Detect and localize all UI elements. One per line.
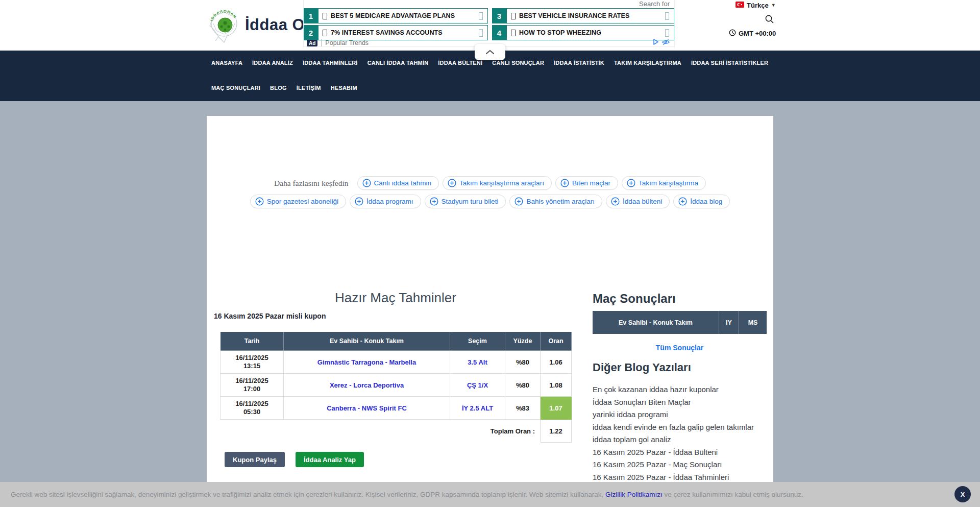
chevron-down-icon: ▼ <box>771 3 776 8</box>
nav-mac-sonuclari[interactable]: MAÇ SONUÇLARI <box>211 84 260 92</box>
circle-plus-icon <box>560 179 569 187</box>
page-title: Hazır Maç Tahminler <box>220 290 571 306</box>
pill-takim-karsilastirma-araclari[interactable]: Takım karşılaştırma araçları <box>443 176 552 190</box>
col-tarih: Tarih <box>220 332 284 351</box>
ad-link-4[interactable]: HOW TO STOP WHEEZING <box>506 25 674 40</box>
pill-biten-maclar[interactable]: Biten maçlar <box>555 176 618 190</box>
ad-collapse-button[interactable] <box>475 44 505 60</box>
blog-link[interactable]: 16 Kasım 2025 Pazar - Maç Sonuçları <box>593 458 773 471</box>
blog-link[interactable]: yarinki iddaa programi <box>593 408 773 421</box>
blog-links-list: En çok kazanan iddaa hazır kuponlar İdda… <box>593 383 773 484</box>
pick-link[interactable]: İY 2.5 ALT <box>462 404 493 412</box>
ad-link-3[interactable]: BEST VEHICLE INSURANCE RATES <box>506 8 674 23</box>
privacy-policy-link[interactable]: Gizlilik Politikamızı <box>605 491 663 498</box>
match-date: 16/11/202517:00 <box>220 374 284 397</box>
table-row: 16/11/202517:00 Xerez - Lorca Deportiva … <box>220 374 572 397</box>
search-for-label: Search for <box>639 0 670 8</box>
placeholder-glyph-icon <box>511 30 516 36</box>
nav-iddaa-tahminleri[interactable]: İDDAA TAHMİNLERİ <box>303 59 358 67</box>
match-link[interactable]: Xerez - Lorca Deportiva <box>330 381 404 389</box>
nav-row-2: MAÇ SONUÇLARI BLOG İLETİŞİM HESABIM <box>211 84 786 92</box>
results-col-ms: MS <box>739 311 767 334</box>
nav-iddaa-seri-istatistikler[interactable]: İDDAA SERİ İSTATİSTİKLER <box>691 59 768 67</box>
ad-link-1[interactable]: BEST 5 MEDICARE ADVANTAGE PLANS <box>318 8 488 23</box>
total-odds-label: Toplam Oran : <box>220 420 541 443</box>
match-date: 16/11/202513:15 <box>220 351 284 374</box>
pill-iddaa-bulteni[interactable]: İddaa bülteni <box>606 195 670 208</box>
nav-iddaa-istatistik[interactable]: İDDAA İSTATİSTİK <box>554 59 604 67</box>
ad-hide-eye-icon[interactable] <box>662 38 670 47</box>
odd-value-highlighted: 1.07 <box>541 397 572 420</box>
table-header-row: Tarih Ev Sahibi - Konuk Takım Seçim Yüzd… <box>220 332 572 351</box>
nav-iddaa-bulteni[interactable]: İDDAA BÜLTENİ <box>438 59 482 67</box>
cookie-consent-text: Gerekli web sitesi işlevselliğini sağlam… <box>11 491 803 498</box>
ad-rank-badge: 3 <box>492 8 506 23</box>
pill-takim-karsilastirma[interactable]: Takım karşılaştırma <box>622 176 706 190</box>
nav-blog[interactable]: BLOG <box>270 84 287 92</box>
top-bar: İDDAAORAN İddaa Oran 1 BEST 5 MEDICARE A… <box>0 0 980 51</box>
explore-label: Daha fazlasını keşfedin <box>274 179 348 188</box>
blog-link[interactable]: iddaa kendi evinde en fazla galip gelen … <box>593 421 773 434</box>
results-col-match: Ev Sahibi - Konuk Takım <box>593 311 719 334</box>
adchoices-icon[interactable] <box>652 38 659 47</box>
nav-canli-iddaa-tahmin[interactable]: CANLI İDDAA TAHMİN <box>368 59 429 67</box>
ad-item-3: 3 BEST VEHICLE INSURANCE RATES <box>492 8 674 23</box>
ad-item-4: 4 HOW TO STOP WHEEZING <box>492 25 674 40</box>
placeholder-glyph-icon <box>323 13 327 19</box>
blog-section-title: Diğer Blog Yazıları <box>593 361 691 374</box>
circle-plus-icon <box>362 179 371 187</box>
col-oran: Oran <box>541 332 572 351</box>
content-card: Daha fazlasını keşfedin Canlı iddaa tahm… <box>207 116 773 507</box>
cookie-close-button[interactable]: X <box>954 486 971 502</box>
pick-link[interactable]: 3.5 Alt <box>468 358 487 366</box>
ad-link-text: BEST 5 MEDICARE ADVANTAGE PLANS <box>331 12 455 19</box>
placeholder-arrow-icon <box>479 29 483 37</box>
language-selector[interactable]: Türkçe ▼ <box>736 1 776 10</box>
blog-link[interactable]: En çok kazanan iddaa hazır kuponlar <box>593 383 773 396</box>
all-results-link[interactable]: Tüm Sonuçlar <box>593 344 767 352</box>
analyze-button[interactable]: İddaa Analiz Yap <box>296 452 364 467</box>
circle-plus-icon <box>448 179 456 187</box>
percent-value: %80 <box>505 351 541 374</box>
pick-link[interactable]: ÇŞ 1/X <box>467 381 488 389</box>
placeholder-glyph-icon <box>323 30 327 36</box>
cookie-consent-bar: Gerekli web sitesi işlevselliğini sağlam… <box>0 482 980 507</box>
pill-label: İddaa blog <box>690 198 722 205</box>
pill-spor-gazetesi-aboneligi[interactable]: Spor gazetesi aboneliği <box>250 195 346 208</box>
pill-bahis-yonetim-araclari[interactable]: Bahis yönetim araçları <box>509 195 602 208</box>
circle-plus-icon <box>678 197 687 206</box>
nav-iletisim[interactable]: İLETİŞİM <box>297 84 321 92</box>
timezone-label: GMT +00:00 <box>739 30 776 37</box>
turkish-flag-icon <box>736 1 744 10</box>
coupon-date-label: 16 Kasım 2025 Pazar misli kupon <box>214 312 326 320</box>
explore-row-1: Daha fazlasını keşfedin Canlı iddaa tahm… <box>207 176 773 190</box>
percent-value: %80 <box>505 374 541 397</box>
pill-iddaa-blog[interactable]: İddaa blog <box>673 195 730 208</box>
circle-plus-icon <box>355 197 363 206</box>
ad-link-text: HOW TO STOP WHEEZING <box>519 29 601 36</box>
nav-takim-karsilastirma[interactable]: TAKIM KARŞILAŞTIRMA <box>614 59 681 67</box>
nav-iddaa-analiz[interactable]: İDDAA ANALİZ <box>252 59 293 67</box>
ad-link-2[interactable]: 7% INTEREST SAVINGS ACCOUNTS <box>318 25 488 40</box>
blog-link[interactable]: İddaa Sonuçları Biten Maçlar <box>593 396 773 409</box>
nav-anasayfa[interactable]: ANASAYFA <box>211 59 242 67</box>
percent-value: %83 <box>505 397 541 420</box>
action-buttons: Kupon Paylaş İddaa Analiz Yap <box>225 452 364 467</box>
pill-label: Stadyum turu bileti <box>442 198 499 205</box>
pill-canli-iddaa-tahmin[interactable]: Canlı iddaa tahmin <box>357 176 439 190</box>
circle-plus-icon <box>255 197 264 206</box>
share-coupon-button[interactable]: Kupon Paylaş <box>225 452 285 467</box>
blog-link[interactable]: 16 Kasım 2025 Pazar - İddaa Bülteni <box>593 446 773 459</box>
search-icon[interactable] <box>765 14 774 26</box>
logo-emblem-icon: İDDAAORAN <box>208 5 240 45</box>
match-results-title: Maç Sonuçları <box>593 292 676 306</box>
pill-iddaa-programi[interactable]: İddaa programı <box>350 195 421 208</box>
blog-link[interactable]: iddaa toplam gol analiz <box>593 433 773 446</box>
nav-hesabim[interactable]: HESABIM <box>331 84 357 92</box>
match-link[interactable]: Canberra - NWS Spirit FC <box>327 404 407 412</box>
language-label: Türkçe <box>747 2 769 9</box>
ad-rank-badge: 4 <box>492 25 506 40</box>
pill-label: İddaa bülteni <box>623 198 662 205</box>
pill-stadyum-turu-bileti[interactable]: Stadyum turu bileti <box>425 195 506 208</box>
match-link[interactable]: Gimnàstic Tarragona - Marbella <box>317 358 416 366</box>
